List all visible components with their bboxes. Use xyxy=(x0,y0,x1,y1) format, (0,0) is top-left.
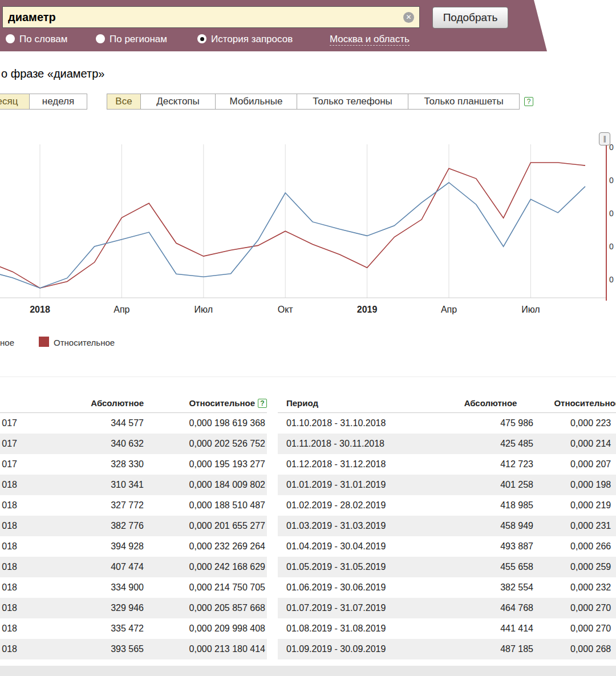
period-cell: 017 xyxy=(0,418,17,428)
relative-column-header: Относительное xyxy=(554,398,616,408)
table-row: 01.10.2018 - 31.10.2018475 9860,000 223 xyxy=(278,413,616,434)
x-axis-label: Апр xyxy=(426,305,472,315)
table-left: Абсолютное Относительное ? 017344 5770,0… xyxy=(0,394,267,659)
relative-cell: 0,000 219 xyxy=(570,500,611,511)
table-row: 018393 5650,000 213 180 414 xyxy=(0,639,267,659)
period-cell: 01.06.2019 - 30.06.2019 xyxy=(278,582,466,593)
absolute-cell: 329 946 xyxy=(17,603,144,613)
relative-cell: 0,000 214 xyxy=(570,439,611,449)
absolute-column-header: Абсолютное xyxy=(454,398,517,408)
relative-cell: 0,000 270 xyxy=(570,603,611,613)
x-axis-label: 2019 xyxy=(345,305,390,315)
absolute-cell: 393 565 xyxy=(17,644,144,654)
absolute-cell: 382 776 xyxy=(17,521,144,531)
right-axis-tick-label: 0 xyxy=(609,242,616,251)
period-column-header: Период xyxy=(278,398,454,408)
absolute-cell: 407 474 xyxy=(17,562,144,572)
period-cell: 018 xyxy=(0,541,17,552)
relative-help-icon[interactable]: ? xyxy=(258,399,267,408)
legend-label-absolute: ное xyxy=(0,338,14,347)
relative-cell: 0,000 232 269 264 xyxy=(144,541,265,552)
table-row: 01.07.2019 - 31.07.2019464 7680,000 270 xyxy=(278,598,616,618)
absolute-cell: 310 341 xyxy=(17,480,144,490)
relative-cell: 0,000 202 526 752 xyxy=(144,439,265,449)
absolute-cell: 464 768 xyxy=(466,603,533,613)
period-cell: 018 xyxy=(0,562,17,572)
table-row: 01.03.2019 - 31.03.2019458 9490,000 231 xyxy=(278,516,616,536)
relative-cell: 0,000 270 xyxy=(570,624,611,634)
period-cell: 017 xyxy=(0,439,17,449)
absolute-cell: 412 723 xyxy=(466,459,533,469)
absolute-cell: 328 330 xyxy=(17,459,144,469)
table-right-header: Период Абсолютное Относительное xyxy=(278,394,616,413)
x-axis-label: 2018 xyxy=(17,305,63,315)
period-cell: 01.09.2019 - 30.09.2019 xyxy=(278,644,466,654)
absolute-cell: 394 928 xyxy=(17,541,144,552)
absolute-cell: 340 632 xyxy=(17,439,144,449)
x-axis-label: Июл xyxy=(508,305,553,315)
table-row: 01.04.2019 - 30.04.2019493 8870,000 266 xyxy=(278,536,616,557)
relative-column-header: Относительное xyxy=(144,398,255,408)
right-axis-tick-label: 0 xyxy=(609,176,616,185)
relative-cell: 0,000 195 193 277 xyxy=(144,459,265,469)
x-axis-label: Окт xyxy=(262,305,308,315)
table-row: 018382 7760,000 201 655 277 xyxy=(0,516,267,536)
legend-swatch-relative xyxy=(39,337,49,347)
absolute-cell: 475 986 xyxy=(466,418,533,428)
table-row: 018407 4740,000 242 168 629 xyxy=(0,557,267,577)
table-right-body: 01.10.2018 - 31.10.2018475 9860,000 2230… xyxy=(278,413,616,659)
period-cell: 018 xyxy=(0,624,17,634)
table-row: 017328 3300,000 195 193 277 xyxy=(0,454,267,475)
series-relative-line xyxy=(0,163,585,288)
absolute-cell: 441 414 xyxy=(466,624,533,634)
table-row: 01.11.2018 - 30.11.2018425 4850,000 214 xyxy=(278,434,616,454)
period-cell: 018 xyxy=(0,521,17,531)
slider-grip-icon: ∥ xyxy=(603,135,606,143)
absolute-cell: 455 658 xyxy=(466,562,533,572)
relative-cell: 0,000 201 655 277 xyxy=(144,521,265,531)
period-cell: 01.05.2019 - 31.05.2019 xyxy=(278,562,466,572)
period-cell: 018 xyxy=(0,500,17,511)
relative-cell: 0,000 231 xyxy=(570,521,611,531)
absolute-cell: 418 985 xyxy=(466,500,533,511)
relative-cell: 0,000 207 xyxy=(570,459,611,469)
table-row: 018310 3410,000 184 009 802 xyxy=(0,475,267,495)
table-row: 01.01.2019 - 31.01.2019401 2580,000 198 xyxy=(278,475,616,495)
period-cell: 01.01.2019 - 31.01.2019 xyxy=(278,480,466,490)
wordstat-page: ✕ Подобрать По словам По регионам Истори… xyxy=(0,0,616,676)
relative-cell: 0,000 259 xyxy=(570,562,611,572)
chart-range-slider-handle[interactable]: ∥ xyxy=(599,132,610,145)
section-divider xyxy=(0,377,616,377)
relative-cell: 0,000 184 009 802 xyxy=(144,480,265,490)
relative-cell: 0,000 223 xyxy=(570,418,611,428)
table-row: 018394 9280,000 232 269 264 xyxy=(0,536,267,557)
period-cell: 01.07.2019 - 31.07.2019 xyxy=(278,603,466,613)
x-axis-label: Апр xyxy=(99,305,144,315)
table-row: 018335 4720,000 209 998 408 xyxy=(0,618,267,639)
relative-cell: 0,000 242 168 629 xyxy=(144,562,265,572)
absolute-cell: 425 485 xyxy=(466,439,533,449)
relative-cell: 0,000 198 xyxy=(570,480,611,490)
period-cell: 01.03.2019 - 31.03.2019 xyxy=(278,521,466,531)
period-cell: 018 xyxy=(0,603,17,613)
relative-cell: 0,000 198 619 368 xyxy=(144,418,265,428)
absolute-column-header: Абсолютное xyxy=(17,398,144,408)
absolute-cell: 382 554 xyxy=(466,582,533,593)
table-row: 01.05.2019 - 31.05.2019455 6580,000 259 xyxy=(278,557,616,577)
right-axis-tick-label: 0 xyxy=(609,275,616,284)
period-cell: 01.02.2019 - 28.02.2019 xyxy=(278,500,466,511)
history-chart xyxy=(0,0,616,342)
absolute-cell: 335 472 xyxy=(17,624,144,634)
absolute-cell: 327 772 xyxy=(17,500,144,511)
relative-cell: 0,000 266 xyxy=(570,541,611,552)
table-row: 01.08.2019 - 31.08.2019441 4140,000 270 xyxy=(278,618,616,639)
table-right: Период Абсолютное Относительное 01.10.20… xyxy=(278,394,616,659)
absolute-cell: 493 887 xyxy=(466,541,533,552)
table-row: 01.09.2019 - 30.09.2019487 1850,000 268 xyxy=(278,639,616,659)
footer-band xyxy=(0,666,616,676)
table-row: 018329 9460,000 205 857 668 xyxy=(0,598,267,618)
period-cell: 01.11.2018 - 30.11.2018 xyxy=(278,439,466,449)
relative-cell: 0,000 213 180 414 xyxy=(144,644,265,654)
period-cell: 01.04.2019 - 30.04.2019 xyxy=(278,541,466,552)
period-cell: 018 xyxy=(0,480,17,490)
